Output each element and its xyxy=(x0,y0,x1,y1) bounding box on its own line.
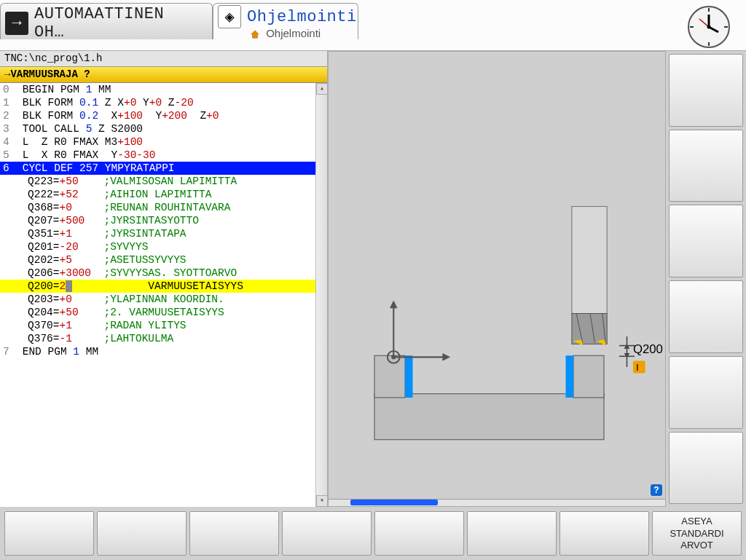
code-line[interactable]: Q368=+0 ;REUNAN ROUHINTAVARA xyxy=(0,201,327,214)
breadcrumb: Ohjelmointi xyxy=(250,27,321,39)
softkey-v-3[interactable] xyxy=(669,205,743,277)
cycle-graphic-panel: Q200 I ? xyxy=(328,51,666,508)
arrow-diamond-icon: ◈ xyxy=(218,5,241,28)
dimension-label: Q200 xyxy=(633,342,663,356)
softkey-h-1[interactable] xyxy=(4,511,94,556)
tab-label: AUTOMAATTINEN OH… xyxy=(34,5,203,42)
svg-rect-12 xyxy=(405,355,413,398)
code-line[interactable]: 6 CYCL DEF 257 YMPYRATAPPI xyxy=(0,162,327,175)
code-line[interactable]: 0 BEGIN PGM 1 MM xyxy=(0,83,327,96)
softkey-h-3[interactable] xyxy=(189,511,279,556)
code-line[interactable]: 5 L X R0 FMAX Y-30-30 xyxy=(0,149,327,162)
panel-divider xyxy=(329,499,665,506)
code-line[interactable]: Q204=+50 ;2. VARMUUSETAISYYS xyxy=(0,306,327,319)
scroll-down-icon[interactable]: ▾ xyxy=(316,495,327,507)
code-line[interactable]: Q203=+0 ;YLAPINNAN KOORDIN. xyxy=(0,293,327,306)
softkey-v-4[interactable] xyxy=(669,280,743,353)
breadcrumb-label: Ohjelmointi xyxy=(266,27,321,39)
title-bar: → AUTOMAATTINEN OH… ◈ Ohjelmointi Ohjelm… xyxy=(0,0,746,51)
code-line[interactable]: Q370=+1 ;RADAN YLITYS xyxy=(0,319,327,332)
code-line[interactable]: Q200=2 VARMUUSETAISYYS xyxy=(0,280,327,293)
svg-rect-9 xyxy=(374,394,604,440)
code-line[interactable]: Q202=+5 ;ASETUSSYVYYS xyxy=(0,253,327,267)
softkey-v-1[interactable] xyxy=(669,54,743,127)
workspace: TNC:\nc_prog\1.h →VARMUUSRAJA ? 0 BEGIN … xyxy=(0,51,746,508)
code-line[interactable]: Q223=+50 ;VALMISOSAN LAPIMITTA xyxy=(0,175,327,188)
split-handle[interactable] xyxy=(350,500,438,505)
softkey-h-5[interactable] xyxy=(374,511,464,556)
cycle-graphic: Q200 I xyxy=(329,52,665,507)
code-line[interactable]: 7 END PGM 1 MM xyxy=(0,345,327,358)
softkey-v-6[interactable] xyxy=(669,432,743,505)
vertical-scrollbar[interactable]: ▴ ▾ xyxy=(315,83,327,508)
code-line[interactable]: 3 TOOL CALL 5 Z S2000 xyxy=(0,122,327,135)
code-line[interactable]: Q207=+500 ;JYRSINTASYOTTO xyxy=(0,214,327,227)
code-line[interactable]: 1 BLK FORM 0.1 Z X+0 Y+0 Z-20 xyxy=(0,96,327,109)
svg-point-17 xyxy=(392,355,395,358)
svg-rect-18 xyxy=(572,206,607,313)
softkey-v-2[interactable] xyxy=(669,130,743,202)
code-line[interactable]: Q206=+3000 ;SYVYYSAS. SYOTTOARVO xyxy=(0,267,327,280)
softkey-h-6[interactable] xyxy=(467,511,557,556)
code-line[interactable]: Q201=-20 ;SYVYYS xyxy=(0,240,327,253)
softkey-h-7[interactable] xyxy=(560,511,649,556)
svg-rect-11 xyxy=(573,355,604,398)
horizontal-softkey-bar: ASEYA STANDARDI ARVOT xyxy=(0,507,746,560)
scroll-up-icon[interactable]: ▴ xyxy=(316,83,327,95)
program-editor: TNC:\nc_prog\1.h →VARMUUSRAJA ? 0 BEGIN … xyxy=(0,51,328,508)
code-line[interactable]: 4 L Z R0 FMAX M3+100 xyxy=(0,135,327,149)
arrow-right-icon: → xyxy=(5,12,28,35)
help-icon[interactable]: ? xyxy=(651,484,662,496)
code-line[interactable]: 2 BLK FORM 0.2 X+100 Y+200 Z+0 xyxy=(0,109,327,122)
softkey-h-2[interactable] xyxy=(97,511,186,556)
tab-label: Ohjelmointi xyxy=(247,8,357,26)
svg-rect-25 xyxy=(633,360,645,373)
softkey-h-4[interactable] xyxy=(282,511,372,556)
svg-rect-13 xyxy=(566,355,574,398)
code-line[interactable]: Q376=-1 ;LAHTOKULMA xyxy=(0,332,327,345)
code-line[interactable]: Q351=+1 ;JYRSINTATAPA xyxy=(0,227,327,240)
tab-automatic-mode[interactable]: → AUTOMAATTINEN OH… xyxy=(0,3,213,39)
clock-widget xyxy=(686,4,731,50)
softkey-set-default-values[interactable]: ASEYA STANDARDI ARVOT xyxy=(652,511,742,556)
svg-point-8 xyxy=(707,25,711,29)
softkey-v-5[interactable] xyxy=(669,356,743,429)
file-path: TNC:\nc_prog\1.h xyxy=(0,51,327,67)
code-listing[interactable]: 0 BEGIN PGM 1 MM1 BLK FORM 0.1 Z X+0 Y+0… xyxy=(0,83,327,508)
tab-programming[interactable]: ◈ Ohjelmointi Ohjelmointi xyxy=(213,3,358,39)
code-line[interactable]: Q222=+52 ;AIHION LAPIMITTA xyxy=(0,188,327,201)
svg-text:I: I xyxy=(636,362,639,373)
vertical-softkey-bar xyxy=(666,51,746,508)
input-prompt: →VARMUUSRAJA ? xyxy=(0,67,327,83)
home-icon xyxy=(250,29,260,39)
